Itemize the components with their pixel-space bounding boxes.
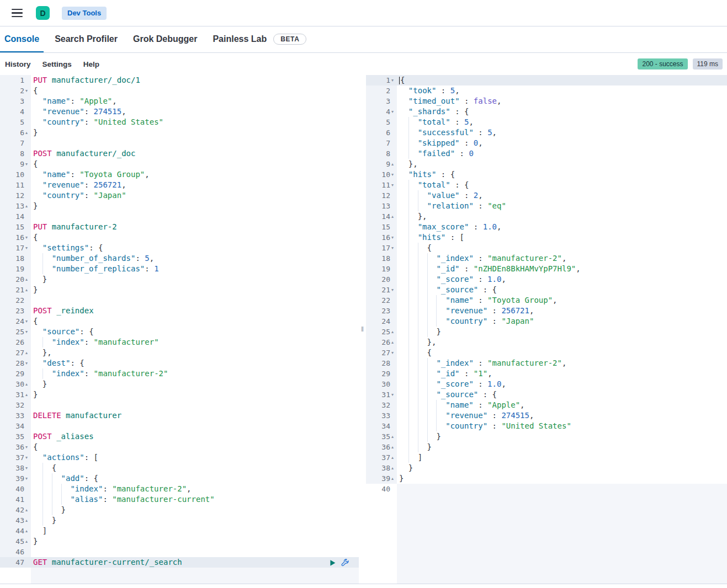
- response-line: 23"revenue" : 256721,: [366, 306, 727, 316]
- indent-guide: [61, 494, 71, 505]
- response-line: 27▾{: [366, 348, 727, 358]
- fold-toggle-icon[interactable]: ▴: [390, 431, 397, 442]
- fold-toggle-icon[interactable]: ▴: [390, 463, 397, 473]
- fold-toggle-icon[interactable]: ▴: [24, 127, 31, 138]
- line-number: 30: [366, 379, 397, 389]
- code-text: {: [31, 463, 359, 473]
- fold-toggle-icon[interactable]: ▾: [24, 473, 31, 484]
- indent-guide: [408, 431, 418, 442]
- request-actions: [329, 559, 349, 566]
- fold-toggle-icon[interactable]: ▾: [24, 452, 31, 463]
- fold-toggle-icon[interactable]: ▴: [24, 201, 31, 211]
- code-text: "revenue" : 256721,: [397, 306, 727, 316]
- fold-toggle-icon[interactable]: ▴: [24, 389, 31, 400]
- line-number: 6: [366, 127, 397, 138]
- fold-toggle-icon[interactable]: ▾: [24, 442, 31, 452]
- tab-search-profiler[interactable]: Search Profiler: [50, 26, 122, 52]
- code-text: }: [31, 127, 359, 138]
- code-text: "country" : "Japan": [397, 316, 727, 327]
- indent-guide: [408, 389, 418, 400]
- tab-grok-debugger[interactable]: Grok Debugger: [129, 26, 201, 52]
- code-text: "name" : "Toyota Group",: [397, 295, 727, 306]
- code-text: [31, 295, 359, 306]
- line-number: 14: [0, 211, 31, 222]
- code-text: {: [397, 243, 727, 253]
- fold-toggle-icon[interactable]: ▾: [390, 243, 397, 253]
- line-number: 10▾: [366, 169, 397, 180]
- fold-toggle-icon[interactable]: ▾: [390, 169, 397, 180]
- fold-toggle-icon[interactable]: ▴: [390, 211, 397, 222]
- code-text: "_index" : "manufacturer-2",: [397, 253, 727, 264]
- menu-history[interactable]: History: [5, 60, 31, 68]
- indent-guide: [418, 306, 427, 316]
- fold-toggle-icon[interactable]: ▴: [390, 452, 397, 463]
- fold-toggle-icon[interactable]: ▾: [24, 159, 31, 169]
- menu-help[interactable]: Help: [83, 60, 99, 68]
- line-number: 6▴: [0, 127, 31, 138]
- indent-guide: [427, 410, 437, 421]
- tab-label: Painless Lab: [213, 34, 267, 44]
- code-text: "dest": {: [31, 358, 359, 368]
- line-number: 33: [0, 410, 31, 421]
- tab-painless-lab[interactable]: Painless LabBETA: [208, 26, 311, 52]
- fold-toggle-icon[interactable]: ▾: [24, 316, 31, 327]
- code-text: "failed" : 0: [397, 148, 727, 159]
- fold-toggle-icon[interactable]: ▴: [24, 536, 31, 547]
- request-editor[interactable]: 1PUT manufacturer/_doc/12▾{3"name": "App…: [0, 75, 359, 584]
- fold-toggle-icon[interactable]: ▾: [24, 243, 31, 253]
- line-number: 29: [366, 368, 397, 379]
- fold-toggle-icon[interactable]: ▴: [24, 526, 31, 536]
- indent-guide: [418, 442, 427, 452]
- indent-guide: [408, 190, 418, 201]
- fold-toggle-icon[interactable]: ▾: [24, 327, 31, 337]
- fold-toggle-icon[interactable]: ▴: [24, 348, 31, 358]
- fold-toggle-icon[interactable]: ▾: [24, 232, 31, 243]
- fold-toggle-icon[interactable]: ▾: [390, 232, 397, 243]
- request-line: 17▾"settings": {: [0, 243, 359, 253]
- line-number: 43▴: [0, 515, 31, 526]
- indent-guide: [408, 127, 418, 138]
- fold-toggle-icon[interactable]: ▴: [24, 515, 31, 526]
- indent-guide: [427, 368, 437, 379]
- fold-toggle-icon[interactable]: ▾: [390, 389, 397, 400]
- line-number: 4▾: [366, 106, 397, 117]
- wrench-icon[interactable]: [341, 559, 349, 566]
- code-text: PUT manufacturer-2: [31, 222, 359, 232]
- fold-toggle-icon[interactable]: ▾: [24, 85, 31, 96]
- fold-toggle-icon[interactable]: ▴: [390, 337, 397, 348]
- elastic-logo[interactable]: D: [36, 6, 50, 20]
- indent-guide: [436, 295, 445, 306]
- fold-toggle-icon[interactable]: ▾: [390, 180, 397, 190]
- indent-guide: [427, 274, 437, 285]
- line-number: 38▴: [366, 463, 397, 473]
- send-request-button[interactable]: [329, 559, 336, 566]
- breadcrumb-badge: Dev Tools: [62, 7, 107, 20]
- indent-guide: [418, 379, 427, 389]
- fold-toggle-icon[interactable]: ▴: [24, 379, 31, 389]
- code-text: {: [31, 232, 359, 243]
- fold-toggle-icon[interactable]: ▴: [390, 327, 397, 337]
- request-line: 23POST _reindex: [0, 306, 359, 316]
- response-line: 5"total" : 5,: [366, 117, 727, 127]
- fold-toggle-icon[interactable]: ▾: [390, 348, 397, 358]
- fold-toggle-icon[interactable]: ▾: [24, 463, 31, 473]
- fold-toggle-icon[interactable]: ▴: [390, 473, 397, 484]
- fold-toggle-icon[interactable]: ▾: [390, 106, 397, 117]
- tab-console[interactable]: Console: [0, 26, 44, 52]
- fold-toggle-icon[interactable]: ▾: [24, 358, 31, 368]
- code-text: PUT manufacturer/_doc/1: [31, 75, 359, 85]
- fold-toggle-icon[interactable]: ▴: [390, 442, 397, 452]
- fold-toggle-icon[interactable]: ▾: [390, 285, 397, 295]
- line-number: 10: [0, 169, 31, 180]
- fold-toggle-icon[interactable]: ▴: [390, 159, 397, 169]
- code-text: },: [397, 159, 727, 169]
- response-line: 28"_index" : "manufacturer-2",: [366, 358, 727, 368]
- fold-toggle-icon[interactable]: ▴: [24, 274, 31, 285]
- line-number: 28: [366, 358, 397, 368]
- menu-button[interactable]: [9, 7, 25, 20]
- panel-resizer[interactable]: ‖: [359, 75, 366, 584]
- fold-toggle-icon[interactable]: ▴: [24, 505, 31, 515]
- fold-toggle-icon[interactable]: ▾: [390, 75, 397, 85]
- fold-toggle-icon[interactable]: ▴: [24, 285, 31, 295]
- menu-settings[interactable]: Settings: [43, 60, 72, 68]
